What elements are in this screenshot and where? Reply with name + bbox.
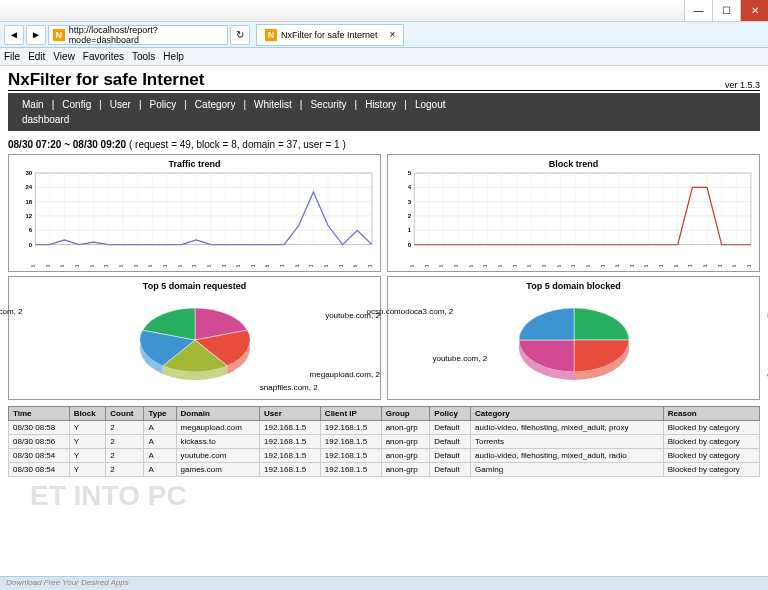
- line-charts-row: Traffic trend 061218243007:2507:3007:350…: [8, 154, 760, 272]
- table-cell: 08/30 08:56: [9, 434, 70, 448]
- svg-rect-121: [414, 173, 751, 245]
- refresh-button[interactable]: ↻: [230, 25, 250, 45]
- table-row[interactable]: 08/30 08:56Y2Akickass.to192.168.1.5192.1…: [9, 434, 760, 448]
- svg-text:08:30: 08:30: [600, 264, 606, 267]
- back-button[interactable]: ◄: [4, 25, 24, 45]
- svg-text:08:10: 08:10: [162, 264, 168, 267]
- page-content: NxFilter for safe Internet ver 1.5.3 Mai…: [0, 66, 768, 576]
- svg-text:09:20: 09:20: [746, 264, 752, 267]
- nav-item-dashboard[interactable]: dashboard: [16, 112, 75, 127]
- svg-text:07:30: 07:30: [424, 264, 430, 267]
- table-cell: Blocked by category: [663, 434, 759, 448]
- svg-text:07:50: 07:50: [482, 264, 488, 267]
- nav-separator: |: [182, 97, 189, 112]
- window-maximize-button[interactable]: ☐: [712, 0, 740, 21]
- log-table: TimeBlockCountTypeDomainUserClient IPGro…: [8, 406, 760, 477]
- browser-tab[interactable]: N NxFilter for safe Internet ×: [256, 24, 404, 46]
- table-cell: A: [144, 448, 176, 462]
- window-minimize-button[interactable]: —: [684, 0, 712, 21]
- svg-text:09:05: 09:05: [323, 264, 329, 267]
- chart-title: Top 5 domain blocked: [392, 281, 755, 291]
- table-cell: Gaming: [471, 462, 664, 476]
- svg-text:08:30: 08:30: [221, 264, 227, 267]
- top-domain-blocked-chart: Top 5 domain blocked kickass.to, 2games.…: [387, 276, 760, 400]
- nav-separator: |: [353, 97, 360, 112]
- pie-label: megaupload.com, 2: [310, 370, 380, 379]
- time-range-value: 08/30 07:20 ~ 08/30 09:20: [8, 139, 126, 150]
- pie-label: secure-a.vimeocdn.com, 2: [0, 306, 22, 315]
- table-header: Category: [471, 406, 664, 420]
- table-row[interactable]: 08/30 08:54Y2Ayoutube.com192.168.1.5192.…: [9, 448, 760, 462]
- svg-text:08:20: 08:20: [191, 264, 197, 267]
- svg-text:30: 30: [25, 171, 32, 176]
- tab-close-icon[interactable]: ×: [390, 29, 396, 40]
- window-close-button[interactable]: ✕: [740, 0, 768, 21]
- svg-text:07:30: 07:30: [45, 264, 51, 267]
- svg-text:0: 0: [408, 242, 412, 248]
- table-cell: Blocked by category: [663, 420, 759, 434]
- pie-label: snapfiles.com, 2: [260, 382, 318, 391]
- menu-item-file[interactable]: File: [4, 51, 20, 62]
- url-input[interactable]: N http://localhost/report?mode=dashboard: [48, 25, 228, 45]
- table-cell: 2: [106, 448, 144, 462]
- table-cell: 192.168.1.5: [260, 448, 321, 462]
- tab-title: NxFilter for safe Internet: [281, 30, 378, 40]
- nav-item-user[interactable]: User: [104, 97, 137, 112]
- table-cell: Blocked by category: [663, 448, 759, 462]
- svg-text:08:45: 08:45: [264, 264, 270, 267]
- menu-item-favorites[interactable]: Favorites: [83, 51, 124, 62]
- table-header: Time: [9, 406, 70, 420]
- svg-text:08:55: 08:55: [673, 264, 679, 267]
- svg-text:08:50: 08:50: [658, 264, 664, 267]
- nav-separator: |: [241, 97, 248, 112]
- menu-item-edit[interactable]: Edit: [28, 51, 45, 62]
- table-cell: Default: [430, 434, 471, 448]
- table-cell: anon-grp: [381, 434, 430, 448]
- table-cell: 192.168.1.5: [320, 434, 381, 448]
- svg-text:08:40: 08:40: [250, 264, 256, 267]
- nav-item-security[interactable]: Security: [304, 97, 352, 112]
- pie-charts-row: Top 5 domain requested ocsp.comodoca3.co…: [8, 276, 760, 400]
- table-cell: 2: [106, 462, 144, 476]
- nav-separator: |: [50, 97, 57, 112]
- svg-text:08:15: 08:15: [556, 264, 562, 267]
- table-cell: 192.168.1.5: [320, 462, 381, 476]
- table-cell: A: [144, 434, 176, 448]
- nav-item-history[interactable]: History: [359, 97, 402, 112]
- nav-item-category[interactable]: Category: [189, 97, 242, 112]
- time-range-stats: ( request = 49, block = 8, domain = 37, …: [129, 139, 346, 150]
- table-cell: audio-video, filehosting, mixed_adult, r…: [471, 448, 664, 462]
- table-header: Reason: [663, 406, 759, 420]
- table-cell: anon-grp: [381, 420, 430, 434]
- nav-item-logout[interactable]: Logout: [409, 97, 452, 112]
- nav-separator: |: [97, 97, 104, 112]
- table-header: Count: [106, 406, 144, 420]
- table-cell: 2: [106, 420, 144, 434]
- menu-item-view[interactable]: View: [53, 51, 75, 62]
- svg-text:6: 6: [29, 227, 33, 233]
- table-header: Block: [69, 406, 106, 420]
- svg-text:08:15: 08:15: [177, 264, 183, 267]
- table-row[interactable]: 08/30 08:58Y2Amegaupload.com192.168.1.51…: [9, 420, 760, 434]
- svg-text:1: 1: [408, 227, 412, 233]
- svg-text:07:40: 07:40: [74, 264, 80, 267]
- menu-item-help[interactable]: Help: [163, 51, 184, 62]
- svg-text:07:55: 07:55: [497, 264, 503, 267]
- nav-item-config[interactable]: Config: [56, 97, 97, 112]
- svg-text:08:05: 08:05: [147, 264, 153, 267]
- svg-text:08:00: 08:00: [133, 264, 139, 267]
- nav-item-whitelist[interactable]: Whitelist: [248, 97, 298, 112]
- svg-text:08:25: 08:25: [585, 264, 591, 267]
- table-header: Group: [381, 406, 430, 420]
- menu-item-tools[interactable]: Tools: [132, 51, 155, 62]
- svg-text:5: 5: [408, 171, 412, 176]
- nav-item-main[interactable]: Main: [16, 97, 50, 112]
- chart-title: Block trend: [392, 159, 755, 169]
- table-header: User: [260, 406, 321, 420]
- table-row[interactable]: 08/30 08:54Y2Agames.com192.168.1.5192.16…: [9, 462, 760, 476]
- svg-text:09:15: 09:15: [731, 264, 737, 267]
- table-cell: A: [144, 462, 176, 476]
- nav-item-policy[interactable]: Policy: [144, 97, 183, 112]
- forward-button[interactable]: ►: [26, 25, 46, 45]
- svg-text:07:55: 07:55: [118, 264, 124, 267]
